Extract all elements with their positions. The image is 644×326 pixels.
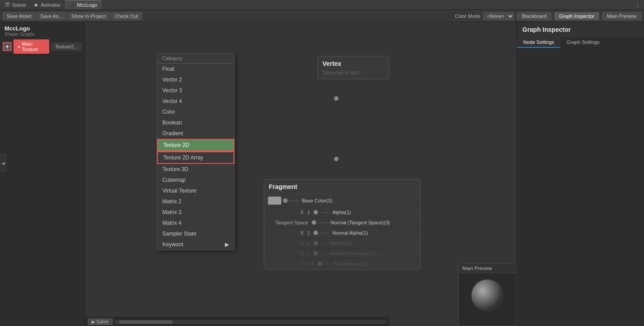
normal-alpha-left-connector[interactable] [314,231,318,235]
tab-scene[interactable]: 🎬 Scene [0,0,30,9]
base-color-label: Base Color(3) [300,198,416,203]
right-panel: Graph Inspector Node Settings Graph Sett… [517,22,644,326]
color-mode-label: Color Mode [455,13,480,19]
metallic-prefix: X [268,240,304,246]
game-button[interactable]: ▶ Game [88,318,113,325]
fragment-row-alpha: X 1 ──> Alpha(1) [264,207,420,218]
add-property-button[interactable]: + [3,42,12,51]
toolbar: Save Asset Save As... Show In Project Ch… [0,10,644,22]
center-canvas[interactable]: Category Float Vector 2 Vector 3 Vector … [85,22,517,326]
dropdown-item-boolean[interactable]: Boolean [157,117,234,128]
vertex-placeholder: Spacebar to Add... [322,70,384,75]
alpha-prefix: X [268,210,304,215]
smoothness-value: 0.5 [307,261,314,266]
bottom-bar: ▶ Game [85,317,389,326]
base-color-left-connector[interactable] [283,198,288,203]
show-in-project-button[interactable]: Show In Project [68,12,110,20]
tab-animator[interactable]: ▶ Animator [30,0,65,9]
dropdown-item-matrix2[interactable]: Matrix 2 [157,196,234,207]
tab-bar: 🎬 Scene ▶ Animator ⬛ MccLogo ⋮ [0,0,644,10]
tab-animator-label: Animator [41,2,60,8]
scrollbar-thumb [119,320,173,324]
tab-graph-settings[interactable]: Graph Settings [560,37,606,48]
smoothness-left-connector[interactable] [318,262,322,266]
dropdown-item-texture3d[interactable]: Texture 3D [157,164,234,175]
main-preview-toolbar-tab[interactable]: Main Preview [602,12,641,20]
dropdown-item-matrix4[interactable]: Matrix 4 [157,218,234,228]
mcclogo-icon: ⬛ [69,3,75,8]
dropdown-item-float[interactable]: Float [157,64,234,74]
vertex-node-title: Vertex [322,60,384,67]
dropdown-item-gradient[interactable]: Gradient [157,128,234,139]
normal-arrow: ──> [318,220,327,225]
smoothness-arrow: ── [324,262,330,266]
dropdown-item-texture2d[interactable]: Texture 2D [157,139,234,151]
dropdown-header: Category [157,53,234,64]
normal-left-connector[interactable] [312,220,316,225]
main-layout: MccLogo Shader Graphs + Main Texture Tex… [0,22,644,326]
normal-tangent-label-val: Tangent Space [268,220,308,225]
left-panel: MccLogo Shader Graphs + Main Texture Tex… [0,22,85,326]
dropdown-item-texture2d-array[interactable]: Texture 2D Array [157,151,234,164]
normal-alpha-value: 1 [307,230,310,236]
texture2-tab[interactable]: Texture2... [51,43,82,51]
dropdown-item-vector4[interactable]: Vector 4 [157,96,234,107]
alpha-left-connector[interactable] [314,210,318,214]
right-panel-header: Graph Inspector [517,22,644,37]
shader-tabs: + Main Texture Texture2... [0,38,85,56]
blackboard-tab[interactable]: Blackboard [517,12,551,20]
toolbar-right: Color Mode <None> Blackboard Graph Inspe… [455,12,641,20]
normal-alpha-prefix: X [268,230,304,236]
left-panel-subtitle: Shader Graphs [4,32,80,37]
dropdown-item-matrix3[interactable]: Matrix 3 [157,207,234,218]
fragment-node: Fragment ──> Base Color(3) X 1 ──> Alpha… [264,179,420,270]
ao-label: Ambient Occlusion(1) [328,251,416,256]
ao-left-connector[interactable] [314,251,318,256]
metallic-arrow: ── [320,241,326,246]
main-texture-tab[interactable]: Main Texture [13,39,49,54]
right-panel-content [517,48,644,326]
vertex-output-connector[interactable] [334,157,339,161]
check-out-button[interactable]: Check Out [111,12,142,20]
svg-point-0 [471,279,504,312]
dropdown-item-vector2[interactable]: Vector 2 [157,74,234,85]
normal-alpha-label: Normal Alpha(1) [330,230,416,236]
vertex-top-connector[interactable] [334,96,339,101]
color-mode-select[interactable]: <None> [483,12,514,20]
metallic-left-connector[interactable] [314,241,318,245]
tab-mcclogo-label: MccLogo [77,2,97,8]
normal-label: Normal (Tangent Space)(3) [329,220,416,225]
save-asset-button[interactable]: Save Asset [3,12,35,20]
scene-icon: 🎬 [4,2,10,7]
smoothness-label: Smoothness(1) [332,261,416,266]
fragment-row-normal-alpha: X 1 ──> Normal Alpha(1) [264,228,420,238]
alpha-value: 1 [307,210,310,215]
collapse-left-panel-button[interactable]: ◀ [0,154,6,172]
dropdown-item-color[interactable]: Color [157,107,234,117]
tab-scene-label: Scene [12,2,26,8]
tab-node-settings[interactable]: Node Settings [517,37,560,48]
tab-mcclogo[interactable]: ⬛ MccLogo [65,0,102,9]
more-button[interactable]: ⋮ [631,2,644,8]
graph-inspector-tab[interactable]: Graph Inspector [554,12,599,20]
save-as-button[interactable]: Save As... [36,12,67,20]
keyword-arrow: ▶ [225,241,229,248]
dropdown-item-sampler-state[interactable]: Sampler State [157,228,234,239]
base-color-arrow: ──> [289,198,298,203]
ao-value: 1 [307,251,310,256]
dropdown-item-cubemap[interactable]: Cubemap [157,175,234,185]
fragment-row-metallic: X 0 ── Metallic(1) [264,238,420,249]
preview-sphere-container [459,273,516,318]
fragment-row-smoothness: X 0.5 ── Smoothness(1) [264,259,420,269]
left-panel-header: MccLogo Shader Graphs [0,22,85,38]
animator-icon: ▶ [35,2,38,7]
dropdown-item-virtual-texture[interactable]: Virtual Texture [157,185,234,196]
dropdown-item-vector3[interactable]: Vector 3 [157,85,234,96]
dropdown-item-keyword[interactable]: Keyword ▶ [157,239,234,250]
main-preview-title: Main Preview [459,264,516,273]
left-panel-content [0,56,85,326]
fragment-row-base-color: ──> Base Color(3) [264,194,420,207]
scrollbar-track[interactable] [114,320,386,324]
smoothness-prefix: X [268,261,304,266]
ao-prefix: X [268,251,304,256]
